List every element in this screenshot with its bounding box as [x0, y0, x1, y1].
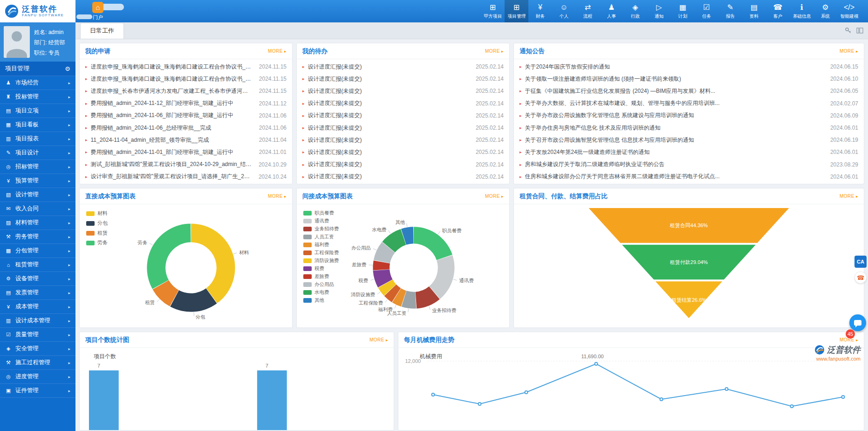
- legend-item[interactable]: 其他: [303, 297, 339, 304]
- legend-item[interactable]: 办公用品: [303, 281, 339, 288]
- top-nav-item[interactable]: ♟ 人事: [600, 0, 623, 22]
- top-nav-item[interactable]: ✎ 报告: [718, 0, 742, 22]
- sidebar-menu-item[interactable]: ▩ 分包管理: [0, 244, 75, 258]
- top-nav-item[interactable]: ☎ 客户: [766, 0, 790, 22]
- key-icon[interactable]: [845, 27, 852, 34]
- legend-item[interactable]: 税费: [303, 265, 339, 272]
- list-item[interactable]: ▸ 设计进度汇报(未提交) 2025.02.14: [302, 61, 504, 73]
- top-nav-item[interactable]: ▷ 通知: [647, 0, 671, 22]
- sidebar-menu-item[interactable]: ▨ 材料管理: [0, 216, 75, 230]
- sidebar-menu-item[interactable]: ◎ 招标管理: [0, 160, 75, 174]
- sidebar-menu-item[interactable]: ⚒ 施工过程管理: [0, 356, 75, 370]
- more-link[interactable]: MORE: [840, 194, 858, 199]
- legend-item[interactable]: 劳务: [86, 239, 108, 246]
- sidebar-menu-item[interactable]: ⚙ 设备管理: [0, 272, 75, 286]
- machinery-cost-line-chart[interactable]: 12,00011,690.00: [398, 348, 864, 430]
- sidebar-menu-item[interactable]: ▤ 发票管理: [0, 286, 75, 300]
- sidebar-menu-item[interactable]: ▥ 设计成本管理: [0, 314, 75, 328]
- list-item[interactable]: ▸ 关于2024年国庆节放假安排的通知 2024.06.15: [519, 61, 858, 73]
- list-item[interactable]: ▸ 费用报销_admin_2024-11-01_部门经理审批_胡建_运行中 20…: [85, 146, 287, 158]
- list-item[interactable]: ▸ 进度款申报_珠海鹤港口建设_珠海鹤港口建设工程合作协议书_admin_...…: [85, 73, 287, 85]
- sidebar-menu-item[interactable]: ⌂ 租赁管理: [0, 258, 75, 272]
- top-nav-item[interactable]: ⚙ 系统: [813, 0, 837, 22]
- project-count-bar-chart[interactable]: 77: [80, 348, 394, 430]
- watermark-url[interactable]: www.fanpusoft.com: [814, 356, 861, 361]
- sidebar-menu-item[interactable]: ✎ 项目设计: [0, 146, 75, 160]
- sidebar-menu-item[interactable]: ▧ 设计管理: [0, 188, 75, 202]
- sidebar-menu-item[interactable]: ¥ 成本管理: [0, 300, 75, 314]
- legend-item[interactable]: 人员工资: [303, 234, 339, 240]
- legend-item[interactable]: 福利费: [303, 242, 339, 248]
- top-nav-item[interactable]: ☺ 个人: [552, 0, 576, 22]
- list-item[interactable]: ▸ 房和城乡建设厅关于取消二级建造师临时执业证书的公告 2023.08.29: [519, 159, 858, 171]
- top-nav-item[interactable]: </> 智能建模: [837, 0, 861, 22]
- more-link[interactable]: MORE: [268, 49, 287, 54]
- list-item[interactable]: ▸ 关于领取一级注册建造师培训班的通知 (须持一建证书前来领取) 2024.06…: [519, 73, 858, 85]
- list-item[interactable]: ▸ 设计进度汇报(未提交) 2025.02.14: [302, 171, 504, 183]
- list-item[interactable]: ▸ 设计进度汇报(未提交) 2025.02.14: [302, 159, 504, 171]
- list-item[interactable]: ▸ 设计进度汇报(未提交) 2025.02.14: [302, 122, 504, 134]
- customer-service-phone-button[interactable]: ☎: [854, 271, 867, 284]
- list-item[interactable]: ▸ 设计进度汇报(未提交) 2025.02.14: [302, 73, 504, 85]
- list-item[interactable]: ▸ 关于召开市政公用设施智慧化管理信息 信息技术与应用培训班的通知 2024.0…: [519, 134, 858, 146]
- direct-cost-donut-chart[interactable]: 材料分包租赁劳务: [80, 204, 292, 327]
- legend-item[interactable]: 消防设施费: [303, 257, 339, 264]
- list-item[interactable]: ▸ 进度款申报_珠海鹤港口建设_珠海鹤港口建设工程合作协议书_admin_...…: [85, 61, 287, 73]
- top-nav-item[interactable]: ⊞ 甲方项目: [481, 0, 505, 22]
- list-item[interactable]: ▸ 费用报销_admin_2024-11-06_部门经理审批_胡建_运行中 20…: [85, 110, 287, 122]
- list-item[interactable]: ▸ 11_2024-11-04_admin_经营部_领导审批__完成 2024.…: [85, 134, 287, 146]
- sidebar-menu-item[interactable]: ▥ 项目报表: [0, 132, 75, 146]
- legend-item[interactable]: 通讯费: [303, 218, 339, 224]
- legend-item[interactable]: 业务招待费: [303, 226, 339, 232]
- sidebar-menu-item[interactable]: ✉ 收入合同: [0, 202, 75, 216]
- sidebar-menu-item[interactable]: ☑ 质量管理: [0, 328, 75, 342]
- more-link[interactable]: MORE: [485, 49, 504, 54]
- sidebar-menu-item[interactable]: ◈ 安全管理: [0, 342, 75, 356]
- sidebar-menu-item[interactable]: ¥ 预算管理: [0, 174, 75, 188]
- more-link[interactable]: MORE: [485, 194, 504, 199]
- list-item[interactable]: ▸ 费用报销_admin_2024-11-12_部门经理审批_胡建_运行中 20…: [85, 97, 287, 110]
- ca-certificate-button[interactable]: CA: [854, 256, 867, 268]
- list-item[interactable]: ▸ 设计进度汇报(未提交) 2025.02.14: [302, 97, 504, 110]
- top-nav-item[interactable]: ☑ 任务: [695, 0, 718, 22]
- top-nav-item[interactable]: ▦ 计划: [671, 0, 695, 22]
- sidebar-menu-item[interactable]: ♟ 市场经营: [0, 76, 75, 90]
- list-item[interactable]: ▸ 关于举办住房与房地产信息化 技术及应用培训班的通知 2024.06.01: [519, 122, 858, 134]
- list-item[interactable]: ▸ 设计审查_彭祖新城“四馆”景观工程设计项目_请选择_胡广生_2024-10-…: [85, 171, 287, 183]
- list-item[interactable]: ▸ 费用报销_admin_2024-11-06_总经理审批__完成 2024.1…: [85, 122, 287, 134]
- top-nav-item[interactable]: ◈ 行政: [623, 0, 647, 22]
- list-item[interactable]: ▸ 关于举办大数据、云计算技术在城市建设、规划、管理与服务中的应用培训班... …: [519, 97, 858, 110]
- list-item[interactable]: ▸ 测试_彭祖新城“四馆”景观工程设计项目_2024-10-29_admin_结…: [85, 159, 287, 171]
- list-item[interactable]: ▸ 设计进度汇报(未提交) 2025.02.14: [302, 146, 504, 158]
- top-nav-item[interactable]: ℹ 基础信息: [790, 0, 813, 22]
- top-nav-item[interactable]: ¥ 财务: [528, 0, 552, 22]
- top-nav-item[interactable]: ▤ 资料: [742, 0, 766, 22]
- top-nav-item[interactable]: ⊞ 项目管理: [505, 0, 528, 22]
- sidebar-menu-item[interactable]: ◎ 进度管理: [0, 370, 75, 384]
- list-item[interactable]: ▸ 关于发放2024年第24批一级建造师注册证书的通知 2024.06.01: [519, 146, 858, 158]
- list-item[interactable]: ▸ 住房和城乡建设部办公厅关于同意吉林省开展二级建造师注册证书电子化试点... …: [519, 171, 858, 183]
- more-link[interactable]: MORE: [369, 337, 388, 342]
- list-item[interactable]: ▸ 关于举办市政公用设施数字化管理信息 系统建设与应用培训班的通知 2024.0…: [519, 110, 858, 122]
- top-nav-item[interactable]: ⇄ 流程: [576, 0, 600, 22]
- top-nav-item[interactable]: ☰ 管理: [861, 0, 868, 22]
- more-link[interactable]: MORE: [268, 194, 287, 199]
- legend-item[interactable]: 租赁: [86, 229, 108, 236]
- sidebar-menu-item[interactable]: ▤ 项目立项: [0, 104, 75, 118]
- legend-item[interactable]: 材料: [86, 210, 108, 217]
- list-item[interactable]: ▸ 设计进度汇报(未提交) 2025.02.14: [302, 110, 504, 122]
- chat-button[interactable]: [849, 314, 866, 331]
- legend-item[interactable]: 工程保险费: [303, 250, 339, 256]
- nav-item-portal[interactable]: ⌂ 门户: [75, 0, 120, 22]
- sidebar-menu-item[interactable]: ♜ 投标管理: [0, 90, 75, 104]
- tab-daily-work[interactable]: 日常工作: [80, 23, 124, 39]
- collapse-panel-icon[interactable]: [856, 27, 863, 34]
- sidebar-menu-item[interactable]: ▦ 项目看板: [0, 118, 75, 132]
- list-item[interactable]: ▸ 设计进度汇报(未提交) 2025.02.14: [302, 134, 504, 146]
- avatar[interactable]: [4, 26, 30, 58]
- list-item[interactable]: ▸ 于征集《中国建筑施工行业信息化发展报告 (2024) —BIM应用与发展》材…: [519, 85, 858, 97]
- legend-item[interactable]: 分包: [86, 220, 108, 227]
- sidebar-menu-item[interactable]: ▣ 证件管理: [0, 384, 75, 398]
- more-link[interactable]: MORE: [840, 49, 858, 54]
- legend-item[interactable]: 差旅费: [303, 273, 339, 280]
